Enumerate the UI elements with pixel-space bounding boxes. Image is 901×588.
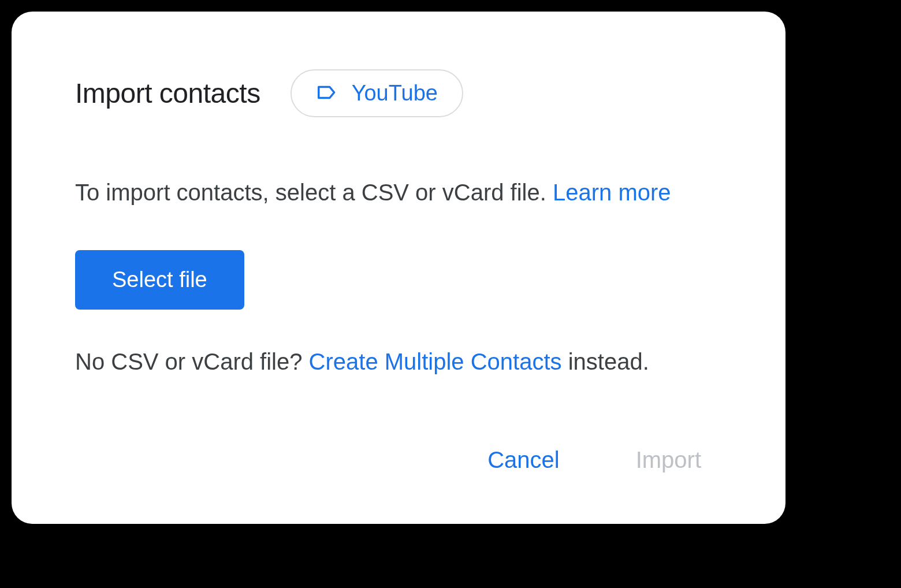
alt-suffix: instead. xyxy=(562,349,649,374)
dialog-footer: Cancel Import xyxy=(75,442,722,478)
alternative-text: No CSV or vCard file? Create Multiple Co… xyxy=(75,344,722,379)
instruction-prefix: To import contacts, select a CSV or vCar… xyxy=(75,180,553,205)
label-chip-text: YouTube xyxy=(352,81,438,106)
import-contacts-dialog: Import contacts YouTube To import contac… xyxy=(12,12,785,524)
instruction-text: To import contacts, select a CSV or vCar… xyxy=(75,175,722,210)
label-icon xyxy=(316,81,338,106)
cancel-button[interactable]: Cancel xyxy=(478,442,569,478)
alt-prefix: No CSV or vCard file? xyxy=(75,349,309,374)
create-multiple-contacts-link[interactable]: Create Multiple Contacts xyxy=(309,349,562,374)
learn-more-link[interactable]: Learn more xyxy=(553,180,671,205)
select-file-button[interactable]: Select file xyxy=(75,250,244,310)
import-button: Import xyxy=(627,442,710,478)
dialog-title: Import contacts xyxy=(75,77,260,109)
label-chip[interactable]: YouTube xyxy=(291,69,463,117)
dialog-header: Import contacts YouTube xyxy=(75,69,722,117)
